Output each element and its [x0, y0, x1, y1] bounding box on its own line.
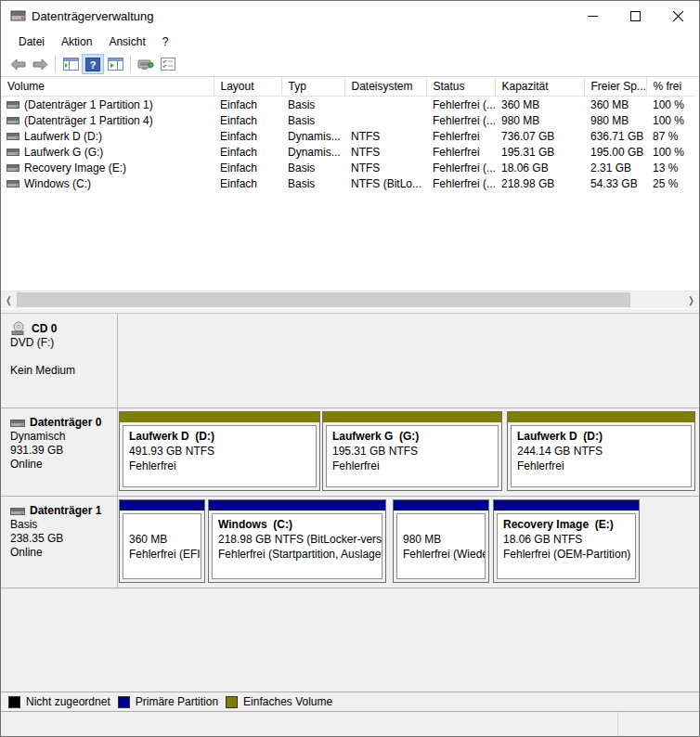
drive-icon — [6, 132, 19, 141]
disk1-size: 238.35 GB — [10, 532, 111, 546]
menu-ansicht[interactable]: Ansicht — [100, 32, 153, 51]
status-bar — [1, 712, 699, 736]
partition-recovery-980[interactable]: 980 MB Fehlerfrei (Wieder — [393, 499, 489, 583]
partition-laufwerk-d2[interactable]: Laufwerk D (D:) 244.14 GB NTFS Fehlerfre… — [507, 411, 695, 491]
disk1-status: Online — [10, 546, 111, 560]
graphical-view: CD 0 DVD (F:) Kein Medium Datenträger 0 … — [1, 314, 699, 692]
col-layout[interactable]: Layout — [214, 77, 281, 97]
scroll-left-icon[interactable]: ❬ — [1, 291, 17, 308]
disk0-panel[interactable]: Datenträger 0 Dynamisch 931.39 GB Online — [1, 408, 118, 496]
disk-icon — [10, 507, 25, 516]
partition-efi[interactable]: 360 MB Fehlerfrei (EFI-S — [119, 499, 205, 583]
scroll-right-icon[interactable]: ❭ — [683, 291, 699, 308]
partition-color-strip — [394, 500, 488, 511]
minimize-button[interactable] — [571, 1, 614, 31]
drive-icon — [6, 116, 19, 125]
partition-color-strip — [120, 500, 204, 511]
drive-icon — [6, 148, 19, 157]
volume-list: Volume Layout Typ Dateisystem Status Kap… — [1, 77, 699, 291]
disk1-type: Basis — [10, 518, 111, 532]
legend-simple-volume: Einfaches Volume — [226, 695, 332, 708]
disk-management-window: Datenträgerverwaltung Datei Aktion Ansic… — [0, 0, 700, 737]
table-row[interactable]: Recovery Image (E:) EinfachBasisNTFS Feh… — [1, 160, 695, 175]
action-pane-icon[interactable] — [104, 54, 126, 74]
primary-partition-swatch — [118, 696, 130, 708]
console-tree-icon[interactable] — [59, 54, 82, 74]
legend-bar: Nicht zugeordnet Primäre Partition Einfa… — [1, 692, 699, 712]
maximize-button[interactable] — [614, 1, 656, 31]
disk1-partitions: 360 MB Fehlerfrei (EFI-S Windows (C:) 21… — [118, 497, 699, 588]
cd-drive-status: Kein Medium — [10, 364, 111, 378]
col-status[interactable]: Status — [426, 77, 495, 97]
scrollbar-thumb[interactable] — [17, 292, 630, 307]
disk1-panel[interactable]: Datenträger 1 Basis 238.35 GB Online — [1, 497, 118, 588]
checklist-icon[interactable] — [157, 54, 179, 74]
menu-bar: Datei Aktion Ansicht ? — [1, 31, 699, 52]
cd-media-area — [118, 314, 699, 407]
toolbar-separator — [130, 56, 131, 72]
disk0-partitions: Laufwerk D (D:) 491.93 GB NTFS Fehlerfre… — [118, 408, 699, 496]
help-icon[interactable]: ? — [82, 54, 104, 74]
status-segment — [617, 712, 699, 736]
toolbar-separator — [55, 56, 56, 72]
table-row[interactable]: (Datenträger 1 Partition 1) EinfachBasis… — [1, 97, 695, 113]
drive-icon — [6, 100, 19, 110]
cd-drive-row[interactable]: CD 0 DVD (F:) Kein Medium — [1, 314, 699, 408]
disk0-type: Dynamisch — [10, 430, 111, 444]
partition-color-strip — [209, 500, 385, 511]
properties-icon[interactable] — [135, 54, 157, 74]
drive-icon — [6, 163, 19, 173]
menu-aktion[interactable]: Aktion — [53, 32, 100, 51]
partition-recovery-image[interactable]: Recovery Image (E:) 18.06 GB NTFS Fehler… — [493, 499, 640, 583]
svg-text:?: ? — [90, 58, 97, 70]
col-dateisystem[interactable]: Dateisystem — [344, 77, 426, 97]
legend-primary-partition: Primäre Partition — [118, 695, 218, 708]
toolbar: ? — [1, 52, 699, 77]
disk-icon — [10, 419, 25, 428]
partition-windows-c[interactable]: Windows (C:) 218.98 GB NTFS (BitLocker-v… — [208, 499, 386, 583]
forward-arrow-icon[interactable] — [29, 54, 51, 74]
table-row[interactable]: (Datenträger 1 Partition 4) EinfachBasis… — [1, 112, 695, 128]
table-row[interactable]: Windows (C:) EinfachBasisNTFS (BitLo... … — [1, 175, 695, 191]
disk0-size: 931.39 GB — [10, 444, 111, 458]
title-bar: Datenträgerverwaltung — [1, 1, 699, 31]
disk1-row: Datenträger 1 Basis 238.35 GB Online 360… — [1, 497, 699, 588]
partition-laufwerk-d1[interactable]: Laufwerk D (D:) 491.93 GB NTFS Fehlerfre… — [119, 411, 320, 491]
col-freier-sp[interactable]: Freier Sp... — [584, 77, 646, 97]
disk0-status: Online — [10, 458, 111, 472]
menu-hilfe[interactable]: ? — [154, 32, 177, 51]
partition-color-strip — [494, 500, 639, 511]
cd-drive-letter: DVD (F:) — [10, 336, 111, 350]
partition-color-strip — [508, 412, 694, 422]
disk0-row: Datenträger 0 Dynamisch 931.39 GB Online… — [1, 408, 699, 497]
cd-icon — [10, 321, 27, 336]
partition-color-strip — [323, 412, 501, 422]
table-row[interactable]: Laufwerk D (D:) EinfachDynamis...NTFS Fe… — [1, 128, 695, 144]
back-arrow-icon[interactable] — [6, 54, 29, 74]
partition-color-strip — [120, 412, 319, 422]
simple-volume-swatch — [226, 696, 238, 708]
col-kapazitaet[interactable]: Kapazität — [495, 77, 584, 97]
close-button[interactable] — [656, 1, 699, 31]
cd-drive-panel[interactable]: CD 0 DVD (F:) Kein Medium — [1, 314, 118, 407]
window-title: Datenträgerverwaltung — [32, 9, 154, 23]
horizontal-scrollbar[interactable]: ❬ ❭ — [1, 291, 699, 308]
col-volume[interactable]: Volume — [1, 77, 214, 97]
scrollbar-track[interactable] — [17, 291, 683, 308]
app-disk-icon — [10, 9, 26, 22]
col-typ[interactable]: Typ — [281, 77, 344, 97]
table-row[interactable]: Laufwerk G (G:) EinfachDynamis...NTFS Fe… — [1, 144, 695, 160]
status-segment — [1, 712, 617, 736]
drive-icon — [6, 179, 19, 188]
menu-datei[interactable]: Datei — [10, 32, 53, 51]
partition-laufwerk-g[interactable]: Laufwerk G (G:) 195.31 GB NTFS Fehlerfre… — [322, 411, 502, 491]
legend-unallocated: Nicht zugeordnet — [8, 695, 110, 708]
col-prozent-frei[interactable]: % frei — [646, 77, 695, 97]
unallocated-swatch — [8, 696, 20, 708]
table-header-row: Volume Layout Typ Dateisystem Status Kap… — [1, 77, 695, 97]
